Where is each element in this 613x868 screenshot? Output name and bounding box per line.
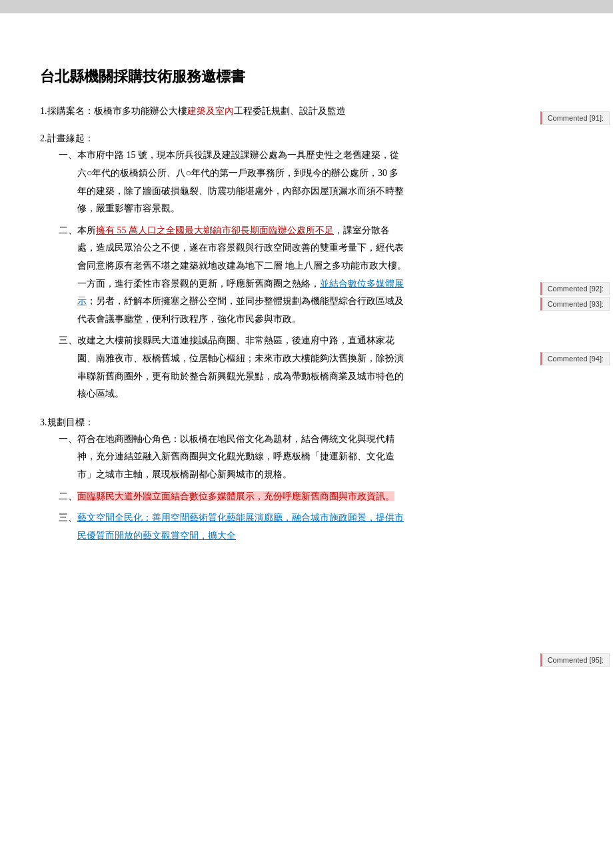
section-1-suffix: 工程委託規劃、設計及監造 (234, 106, 346, 116)
section-1-label: 1.採購案名：板橋市多功能辦公大樓 (40, 106, 187, 116)
red-highlight-office: 擁有 55 萬人口之全國最大鄉鎮市卻長期面臨辦公處所不足 (96, 225, 334, 235)
comment-94-label: Commented [94]: (548, 355, 604, 363)
section-2-label: 2.計畫緣起： (40, 130, 406, 147)
document-title: 台北縣機關採購技術服務邀標書 (40, 67, 406, 87)
comment-95-label: Commented [95]: (548, 656, 604, 664)
section-1: 1.採購案名：板橋市多功能辦公大樓建築及室內工程委託規劃、設計及監造 (40, 103, 406, 119)
section-2-body: 一、 本市府中路 15 號，現本所兵役課及建設課辦公處為一具歷史性之老舊建築，從… (59, 147, 406, 403)
section-3: 3.規劃目標： 一、 符合在地商圈軸心角色：以板橋在地民俗文化為題材，結合傳統文… (40, 414, 406, 545)
comments-column: Commented [91]: Commented [92]: Commente… (433, 13, 613, 868)
comment-93: Commented [93]: (540, 297, 610, 311)
pink-highlight-digital: 面臨縣民大道外牆立面結合數位多媒體展示，充份呼應新舊商圈與市政資訊。 (77, 491, 394, 501)
item-content-3-3: 藝文空間全民化：善用空間藝術質化藝能展演廊廳，融合城市施政願景，提供市民優質而開… (77, 509, 406, 545)
comment-93-label: Commented [93]: (548, 300, 604, 308)
blue-text-arts: 藝文空間全民化：善用空間藝術質化藝能展演廊廳，融合城市施政願景，提供市民優質而開… (77, 513, 404, 541)
item-num-3-3: 三、 (59, 509, 77, 545)
item-num-3-2: 二、 (59, 488, 77, 506)
main-content: 台北縣機關採購技術服務邀標書 1.採購案名：板橋市多功能辦公大樓建築及室內工程委… (0, 13, 433, 868)
comment-92: Commented [92]: (540, 282, 610, 295)
comment-91: Commented [91]: (540, 111, 610, 125)
item-content-3-2: 面臨縣民大道外牆立面結合數位多媒體展示，充份呼應新舊商圈與市政資訊。 (77, 488, 406, 506)
item-num-3: 三、 (59, 332, 77, 403)
item-num-3-1: 一、 (59, 431, 77, 484)
section-3-body: 一、 符合在地商圈軸心角色：以板橋在地民俗文化為題材，結合傳統文化與現代精神，充… (59, 431, 406, 545)
item-content-3-1: 符合在地商圈軸心角色：以板橋在地民俗文化為題材，結合傳統文化與現代精神，充分連結… (77, 431, 406, 484)
item-content-1: 本市府中路 15 號，現本所兵役課及建設課辦公處為一具歷史性之老舊建築，從六○年… (77, 147, 406, 217)
comment-92-label: Commented [92]: (548, 285, 604, 293)
comment-95: Commented [95]: (540, 653, 610, 667)
item-num-1: 一、 (59, 147, 77, 217)
comment-94: Commented [94]: (540, 352, 610, 365)
section-3-item-1: 一、 符合在地商圈軸心角色：以板橋在地民俗文化為題材，結合傳統文化與現代精神，充… (59, 431, 406, 484)
item-content-2: 本所擁有 55 萬人口之全國最大鄉鎮市卻長期面臨辦公處所不足，課室分散各處，造成… (77, 222, 406, 329)
item-content-3: 改建之大樓前接縣民大道連接誠品商圈、非常熱區，後連府中路，直通林家花園、南雅夜市… (77, 332, 406, 403)
section-3-label: 3.規劃目標： (40, 414, 406, 431)
section-3-item-2: 二、 面臨縣民大道外牆立面結合數位多媒體展示，充份呼應新舊商圈與市政資訊。 (59, 488, 406, 506)
document-page: 台北縣機關採購技術服務邀標書 1.採購案名：板橋市多功能辦公大樓建築及室內工程委… (0, 13, 613, 868)
section-2-item-3: 三、 改建之大樓前接縣民大道連接誠品商圈、非常熱區，後連府中路，直通林家花園、南… (59, 332, 406, 403)
section-2: 2.計畫緣起： 一、 本市府中路 15 號，現本所兵役課及建設課辦公處為一具歷史… (40, 130, 406, 403)
section-1-text: 1.採購案名：板橋市多功能辦公大樓建築及室內工程委託規劃、設計及監造 (40, 103, 406, 119)
section-1-highlight: 建築及室內 (187, 106, 234, 116)
section-2-item-2: 二、 本所擁有 55 萬人口之全國最大鄉鎮市卻長期面臨辦公處所不足，課室分散各處… (59, 222, 406, 329)
blue-underline-digital: 並結合數位多媒體展示 (77, 279, 404, 307)
comment-91-label: Commented [91]: (548, 114, 604, 122)
section-2-item-1: 一、 本市府中路 15 號，現本所兵役課及建設課辦公處為一具歷史性之老舊建築，從… (59, 147, 406, 217)
item-num-2: 二、 (59, 222, 77, 329)
section-3-item-3: 三、 藝文空間全民化：善用空間藝術質化藝能展演廊廳，融合城市施政願景，提供市民優… (59, 509, 406, 545)
